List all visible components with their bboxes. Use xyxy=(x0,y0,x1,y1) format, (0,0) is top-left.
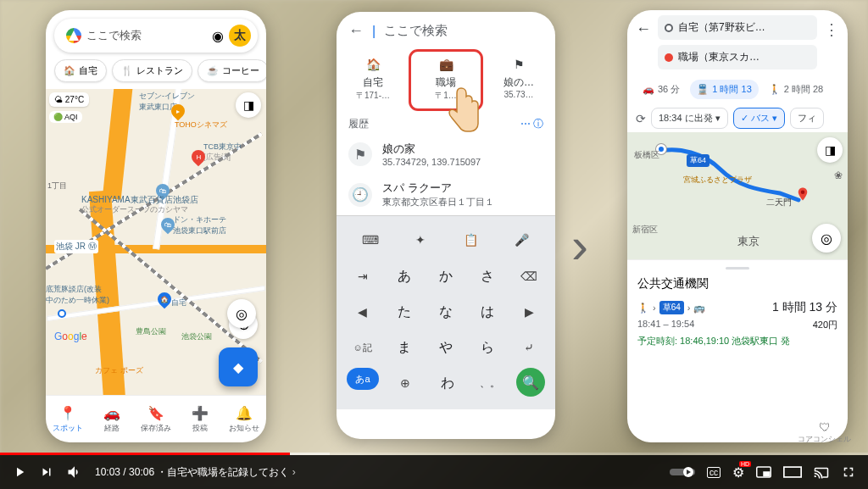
refresh-icon[interactable]: ⟳ xyxy=(636,112,646,125)
route-header: ← 自宅（第7野萩ビ… 職場（東京スカ… ⋮ xyxy=(627,10,848,75)
lens-icon[interactable]: ◉ xyxy=(210,28,225,44)
quick-custom[interactable]: ⚑ 娘の… 35.73… xyxy=(482,50,555,110)
layers-button[interactable]: ◨ xyxy=(817,137,843,163)
history-row-1[interactable]: ⚑ 娘の家35.734729, 139.715097 xyxy=(337,135,555,174)
flag-icon: ⚑ xyxy=(509,55,528,74)
autoplay-toggle[interactable] xyxy=(670,466,695,478)
route-badge: 草64 xyxy=(687,154,709,167)
kbd-sparkle-icon[interactable]: ✦ xyxy=(404,225,437,255)
filter-bus[interactable]: ✓ バス ▾ xyxy=(733,108,785,129)
tab-updates[interactable]: 🔔お知らせ xyxy=(222,396,266,442)
key[interactable]: あ xyxy=(388,261,420,292)
layers-badge[interactable]: ❀ xyxy=(834,169,843,181)
next-button[interactable] xyxy=(39,464,54,480)
route-summary[interactable]: 🚶 › 草64 › 🚌 1 時間 13 分 xyxy=(637,292,837,317)
flow-arrow-icon: › xyxy=(571,216,588,275)
route-map[interactable]: 板橋区 草64 宮城ふるさとプラザ 二天門 新宿区 東京 ◨ ◎ ❀ xyxy=(627,132,848,259)
transit-sheet[interactable]: 公共交通機関 🚶 › 草64 › 🚌 1 時間 13 分 18:41 – 19:… xyxy=(627,259,848,442)
key-search[interactable]: 🔍 xyxy=(516,368,545,397)
weather-badge[interactable]: 🌤 27°C xyxy=(49,92,89,107)
flag-icon: ⚑ xyxy=(348,142,372,166)
chip-coffee[interactable]: ☕コーヒー xyxy=(198,59,266,82)
key[interactable]: や xyxy=(430,332,462,363)
destination-field[interactable]: 職場（東京スカ… xyxy=(658,45,817,69)
kbd-mic-icon[interactable]: 🎤 xyxy=(505,225,537,255)
phone-screenshot-3: ← 自宅（第7野萩ビ… 職場（東京スカ… ⋮ 🚗36 分 🚆1 時間 13 🚶2… xyxy=(627,10,848,442)
key[interactable]: ら xyxy=(471,332,504,363)
poi-toyoshima: 豊島公園 xyxy=(136,326,166,337)
kbd-switch-icon[interactable]: ⌨ xyxy=(354,225,387,255)
mode-walk[interactable]: 🚶2 時間 28 xyxy=(762,80,830,99)
category-chips: 🏠自宅 🍴レストラン ☕コーヒー xyxy=(46,53,266,89)
search-bar[interactable]: ここで検索 ◉ 太 xyxy=(54,19,258,53)
poi-kamen: 底荒豚談店(改装 中のため一時休業) xyxy=(46,284,109,306)
key-enter[interactable]: ⤶ xyxy=(513,332,545,363)
my-location-button[interactable]: ◎ xyxy=(812,224,841,253)
station-ikebukuro[interactable]: 池袋 JR Ⓜ xyxy=(54,240,98,253)
overflow-icon[interactable]: ⋮ xyxy=(822,15,841,44)
mode-car[interactable]: 🚗36 分 xyxy=(636,80,687,99)
my-location-upper[interactable]: ◎ xyxy=(227,299,256,328)
key-language[interactable]: あa xyxy=(347,368,379,390)
poi-toho: TOHOシネマズ xyxy=(175,119,227,131)
label-plaza: 宮城ふるさとプラザ xyxy=(683,175,752,186)
key[interactable]: さ xyxy=(471,261,504,292)
depart-time[interactable]: 18:34 に出発 ▾ xyxy=(651,108,728,129)
settings-button[interactable]: ⚙HD xyxy=(732,464,744,481)
back-icon[interactable]: ← xyxy=(634,15,653,43)
label-chome: 1丁目 xyxy=(47,181,67,192)
captions-button[interactable]: cc xyxy=(707,467,721,478)
layers-button[interactable]: ◨ xyxy=(236,92,261,118)
sheet-title: 公共交通機関 xyxy=(637,276,837,292)
tab-route[interactable]: 🚗経路 xyxy=(90,396,134,442)
tab-contribute[interactable]: ➕投稿 xyxy=(178,396,222,442)
key[interactable]: か xyxy=(430,261,462,292)
label-tokyo: 東京 xyxy=(737,234,760,249)
poi-ikebukuro-park: 池袋公園 xyxy=(181,331,212,342)
key[interactable]: ま xyxy=(388,332,420,363)
key[interactable]: ⇥ xyxy=(347,261,379,292)
map-canvas[interactable]: 🌤 27°C 🟢 AQI ◨ セブン-イレブン 東武東口店 TOHOシネマズ T… xyxy=(46,89,266,395)
miniplayer-button[interactable] xyxy=(756,466,771,478)
mode-transit[interactable]: 🚆1 時間 13 xyxy=(690,80,758,99)
origin-circle-marker xyxy=(58,309,66,318)
directions-fab[interactable]: ◆ xyxy=(219,347,258,386)
key[interactable]: た xyxy=(388,297,420,327)
chip-restaurant[interactable]: 🍴レストラン xyxy=(112,59,192,82)
key-globe[interactable]: ⊕ xyxy=(389,368,421,398)
chip-home[interactable]: 🏠自宅 xyxy=(54,59,107,82)
volume-button[interactable] xyxy=(66,464,83,481)
cast-button[interactable] xyxy=(814,465,829,479)
sheet-handle[interactable] xyxy=(726,267,749,270)
more-history[interactable]: ⋯ ⓘ xyxy=(520,117,543,131)
transit-filters: ⟳ 18:34 に出発 ▾ ✓ バス ▾ フィ xyxy=(627,104,848,132)
play-button[interactable] xyxy=(12,464,27,480)
label-itabashi: 板橋区 xyxy=(634,149,659,161)
search-placeholder: ここで検索 xyxy=(86,28,207,43)
key[interactable]: は xyxy=(471,297,504,327)
key-emoji[interactable]: ☺記 xyxy=(347,332,379,363)
origin-field[interactable]: 自宅（第7野萩ビ… xyxy=(658,15,817,40)
filter-more[interactable]: フィ xyxy=(790,108,824,129)
theater-button[interactable] xyxy=(783,466,802,478)
tab-spot[interactable]: 📍スポット xyxy=(46,396,90,442)
key-backspace[interactable]: ⌫ xyxy=(513,261,545,292)
tab-saved[interactable]: 🔖保存済み xyxy=(134,396,178,442)
kbd-clipboard-icon[interactable]: 📋 xyxy=(455,225,487,255)
google-maps-icon xyxy=(66,28,81,43)
key[interactable]: ▶ xyxy=(513,297,545,327)
aqi-badge[interactable]: 🟢 AQI xyxy=(49,111,82,123)
search-bar[interactable]: ← |ここで検索 xyxy=(337,12,555,50)
fullscreen-button[interactable] xyxy=(841,464,856,480)
svg-point-0 xyxy=(801,191,805,195)
history-row-2[interactable]: 🕘 スパ ラクーア東京都文京区春日１丁目１ xyxy=(337,174,555,215)
key[interactable]: 、。 xyxy=(474,368,506,398)
profile-avatar[interactable]: 太 xyxy=(229,25,251,47)
poi-cafe: カフェ ポーズ xyxy=(95,365,143,376)
key[interactable]: な xyxy=(430,297,462,327)
key[interactable]: ◀ xyxy=(347,297,379,327)
quick-home[interactable]: 🏠 自宅 〒171-… xyxy=(337,50,409,110)
key[interactable]: わ xyxy=(431,368,464,398)
back-icon[interactable]: ← xyxy=(348,22,364,40)
soft-keyboard[interactable]: ⌨ ✦ 📋 🎤 ⇥ あ か さ ⌫ ◀ た な は ▶ ☺記 ま や ら ⤶ あ… xyxy=(337,215,555,409)
